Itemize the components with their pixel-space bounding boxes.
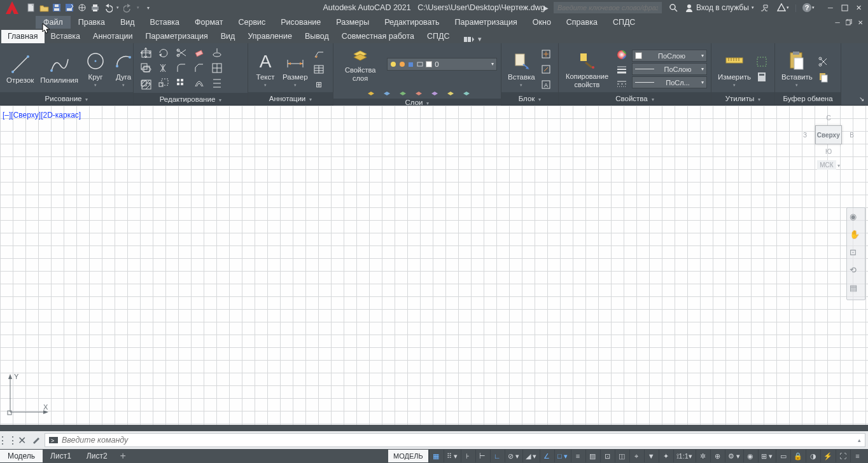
status-snap-icon[interactable]: ⠿ ▾ xyxy=(444,450,460,462)
status-qprops-icon[interactable]: ▭ xyxy=(776,450,790,462)
redo-menu-icon[interactable]: ▾ xyxy=(135,2,141,13)
exchange-icon[interactable] xyxy=(759,1,772,14)
status-workspace-icon[interactable]: ⚙ ▾ xyxy=(725,450,743,462)
edit-block-icon[interactable] xyxy=(539,62,553,76)
explode-icon[interactable] xyxy=(210,46,224,60)
search-input[interactable] xyxy=(554,2,662,13)
close-button[interactable]: ✕ xyxy=(853,3,864,13)
panel-draw-title[interactable]: Рисование xyxy=(0,92,133,105)
tab-view[interactable]: Вид xyxy=(214,30,242,43)
saveas-icon[interactable] xyxy=(64,2,75,13)
status-otrack-icon[interactable]: ∠ xyxy=(540,450,554,462)
open-icon[interactable] xyxy=(38,2,50,13)
line-button[interactable]: Отрезок xyxy=(4,52,36,86)
tab-manage[interactable]: Управление xyxy=(241,30,298,43)
layeroff-icon[interactable] xyxy=(364,85,378,99)
menu-draw[interactable]: Рисование xyxy=(273,16,328,29)
orbit-icon[interactable]: ⟲ xyxy=(850,265,862,278)
menu-format[interactable]: Формат xyxy=(187,16,230,29)
redo-icon[interactable] xyxy=(122,2,134,13)
menu-insert[interactable]: Вставка xyxy=(143,16,187,29)
status-annovisibility-icon[interactable]: ✲ xyxy=(696,450,710,462)
featured-apps-icon[interactable] xyxy=(464,36,474,43)
text-button[interactable]: AТекст▾ xyxy=(252,49,279,89)
doc-close-button[interactable]: ✕ xyxy=(855,18,865,27)
status-transparency-icon[interactable]: ▨ xyxy=(585,450,599,462)
status-cycling-icon[interactable]: ⊡ xyxy=(600,450,614,462)
doc-restore-button[interactable] xyxy=(844,18,854,27)
command-input[interactable] xyxy=(62,436,854,445)
status-polar-icon[interactable]: ⊘ ▾ xyxy=(505,450,522,462)
menu-dimension[interactable]: Размеры xyxy=(328,16,377,29)
circle-button[interactable]: Круг▾ xyxy=(82,49,109,89)
ribbon-minimize-icon[interactable]: ▾ xyxy=(478,35,482,43)
panel-modify-title[interactable]: Редактирование xyxy=(134,93,248,105)
create-block-icon[interactable] xyxy=(539,47,553,61)
linetype-dropdown[interactable]: ПоСл...▾ xyxy=(632,76,707,88)
panel-props-title[interactable]: Свойства↘ xyxy=(559,92,711,105)
qnew-icon[interactable] xyxy=(25,2,37,13)
paste-button[interactable]: Вставить▾ xyxy=(779,49,815,89)
status-ortho-icon[interactable]: ∟ xyxy=(490,450,504,462)
copy-clip-icon[interactable] xyxy=(816,70,830,84)
btab-layout2[interactable]: Лист2 xyxy=(79,450,115,462)
trim-icon[interactable] xyxy=(174,46,188,60)
status-model[interactable]: МОДЕЛЬ xyxy=(388,450,428,462)
status-dynamic-icon[interactable]: ⊢ xyxy=(475,450,489,462)
tab-insert[interactable]: Вставка xyxy=(45,30,87,43)
status-gizmo-icon[interactable]: ✦ xyxy=(659,450,673,462)
laymcur-icon[interactable] xyxy=(444,85,458,99)
status-dyn-ucs-icon[interactable]: ⌖ xyxy=(629,450,643,462)
mtext-icon[interactable]: ⊞ xyxy=(312,78,326,92)
panel-annot-title[interactable]: Аннотации xyxy=(248,92,333,105)
attr-block-icon[interactable]: A xyxy=(539,78,553,92)
status-lwt-icon[interactable]: ≡ xyxy=(571,450,585,462)
status-grid-icon[interactable]: ▦ xyxy=(429,450,443,462)
showmotion-icon[interactable]: ▤ xyxy=(850,283,862,296)
mirror-icon[interactable] xyxy=(157,61,171,75)
a360-icon[interactable]: ▾ xyxy=(777,1,790,14)
btab-add[interactable]: + xyxy=(115,448,131,463)
arc-button[interactable]: Дуга▾ xyxy=(110,49,137,89)
array-icon[interactable] xyxy=(174,76,188,90)
lineweight-dropdown[interactable]: ПоСлою▾ xyxy=(632,63,707,75)
app-logo[interactable] xyxy=(3,0,22,15)
status-selfilter-icon[interactable]: ▼ xyxy=(644,450,658,462)
status-iso-icon[interactable]: ◢ ▾ xyxy=(522,450,539,462)
status-isolate-icon[interactable]: ◑ xyxy=(806,450,820,462)
status-cleanscreen-icon[interactable]: ⛶ xyxy=(836,450,850,462)
color-wheel-icon[interactable] xyxy=(615,48,628,62)
menu-tools[interactable]: Сервис xyxy=(230,16,273,29)
menu-view[interactable]: Вид xyxy=(113,16,143,29)
tab-annotate[interactable]: Аннотации xyxy=(87,30,139,43)
menu-parametric[interactable]: Параметризация xyxy=(447,16,525,29)
layer-dropdown[interactable]: 0 ▾ xyxy=(387,58,497,71)
maximize-button[interactable] xyxy=(839,3,850,13)
laylck-icon[interactable] xyxy=(396,85,410,99)
status-lockui-icon[interactable]: 🔒 xyxy=(790,450,805,462)
signin-button[interactable]: Вход в службы▾ xyxy=(685,3,754,12)
laycur-icon[interactable] xyxy=(459,85,473,99)
dimension-button[interactable]: Размер▾ xyxy=(280,49,311,89)
tab-home[interactable]: Главная xyxy=(1,30,45,43)
status-annomon-icon[interactable]: ◉ xyxy=(743,450,757,462)
panel-clipboard-title[interactable]: Буфер обмена xyxy=(775,92,841,105)
navigation-bar[interactable]: ◉ ✋ ⊡ ⟲ ▤ xyxy=(846,207,865,300)
measure-button[interactable]: Измерить▾ xyxy=(715,49,753,89)
save-icon[interactable] xyxy=(51,2,62,13)
cut-icon[interactable] xyxy=(816,55,830,69)
menu-spds[interactable]: СПДС xyxy=(605,16,643,29)
status-customize-icon[interactable]: ≡ xyxy=(850,450,864,462)
layfrz-icon[interactable] xyxy=(380,85,394,99)
btab-model[interactable]: Модель xyxy=(0,450,43,462)
status-autoadd-icon[interactable]: ⊕ xyxy=(710,450,724,462)
fillet-icon[interactable] xyxy=(174,61,188,75)
setvar-icon[interactable] xyxy=(210,76,224,90)
insert-block-button[interactable]: Вставка▾ xyxy=(505,49,538,89)
menu-modify[interactable]: Редактировать xyxy=(377,16,447,29)
status-hwacc-icon[interactable]: ⚡ xyxy=(820,450,835,462)
match-props-button[interactable]: Копирование свойств xyxy=(563,48,612,90)
blend-icon[interactable] xyxy=(210,61,224,75)
laymatch-icon[interactable] xyxy=(428,85,442,99)
copy-icon[interactable] xyxy=(139,61,153,75)
